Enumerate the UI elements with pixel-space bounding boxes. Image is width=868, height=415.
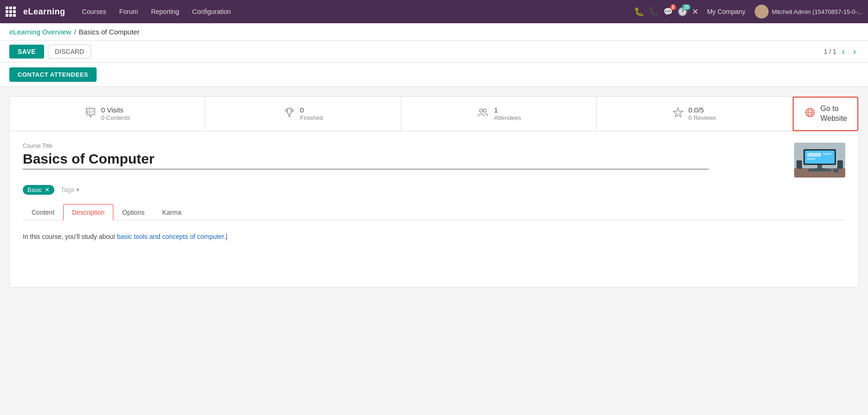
stat-finished-text: 0 Finished <box>300 105 323 122</box>
stat-finished-label: Finished <box>300 114 323 122</box>
stat-rating-value: 0.0/5 <box>688 105 716 115</box>
app-brand: eLearning <box>23 7 65 17</box>
stat-visits[interactable]: 0 Visits 0 Contents <box>10 97 205 131</box>
discard-button[interactable]: DISCARD <box>48 45 91 59</box>
nav-reporting[interactable]: Reporting <box>145 5 185 18</box>
tab-options[interactable]: Options <box>113 204 153 220</box>
tab-content[interactable]: Content <box>23 204 63 220</box>
breadcrumb-current: Basics of Computer <box>79 28 140 36</box>
tab-karma[interactable]: Karma <box>153 204 190 220</box>
course-title-input[interactable] <box>23 151 709 170</box>
breadcrumb: eLearning Overview / Basics of Computer <box>0 23 868 41</box>
topnav-icons: 🐛 📞 💬 5 🕐 20 ✕ My Company Mitchell Admin… <box>634 5 862 19</box>
stat-attendees-value: 1 <box>494 105 522 115</box>
company-name: My Company <box>707 8 745 15</box>
dropdown-arrow-icon: ▾ <box>76 186 79 193</box>
svg-rect-23 <box>805 151 835 164</box>
svg-rect-6 <box>91 112 93 113</box>
username: Mitchell Admin (15470857-15-0-... <box>772 8 862 15</box>
stat-attendees-label: Attendees <box>494 114 522 122</box>
contact-attendees-button[interactable]: CONTACT ATTENDEES <box>9 67 97 82</box>
action-bar: CONTACT ATTENDEES <box>0 63 868 87</box>
svg-rect-26 <box>823 153 831 155</box>
topnav: eLearning Courses Forum Reporting Config… <box>0 0 868 23</box>
go-website-value2: Website <box>821 114 848 124</box>
chat-icon[interactable]: 💬 5 <box>663 7 673 17</box>
user-menu[interactable]: Mitchell Admin (15470857-15-0-... <box>755 5 862 19</box>
svg-rect-5 <box>91 111 94 112</box>
course-title-label: Course Title <box>23 143 785 149</box>
stat-reviews-label: 0 Reviews <box>688 114 716 122</box>
toolbar: SAVE DISCARD 1 / 1 ‹ › <box>0 41 868 63</box>
svg-rect-4 <box>87 111 90 113</box>
avatar <box>755 5 769 19</box>
star-icon <box>672 107 684 121</box>
svg-rect-24 <box>807 153 821 157</box>
course-form-left: Course Title <box>23 143 785 170</box>
nav-forum[interactable]: Forum <box>114 5 144 18</box>
tags-placeholder: Tags <box>61 186 75 193</box>
description-highlight: basic tools and concepts of computer. <box>117 233 226 240</box>
close-icon[interactable]: ✕ <box>692 7 698 17</box>
stat-reviews-text: 0.0/5 0 Reviews <box>688 105 716 122</box>
svg-rect-25 <box>807 158 816 160</box>
topnav-menu: Courses Forum Reporting Configuration <box>77 5 631 18</box>
stat-visits-value: 0 Visits <box>101 105 131 115</box>
stat-finished[interactable]: 0 Finished <box>205 97 401 131</box>
description-area[interactable]: In this course, you'll study about basic… <box>23 220 845 276</box>
bug-icon[interactable]: 🐛 <box>634 7 644 17</box>
globe-icon <box>804 106 816 121</box>
tags-dropdown[interactable]: Tags ▾ <box>58 185 83 194</box>
svg-point-0 <box>759 7 764 12</box>
cursor: | <box>226 233 228 240</box>
nav-courses[interactable]: Courses <box>77 5 112 18</box>
svg-rect-3 <box>86 109 95 110</box>
chat-badge: 5 <box>670 4 677 10</box>
stat-bar: 0 Visits 0 Contents 0 Finished 1 Attende… <box>9 96 859 132</box>
tag-remove-icon[interactable]: ✕ <box>45 186 50 193</box>
nav-configuration[interactable]: Configuration <box>187 5 236 18</box>
breadcrumb-parent[interactable]: eLearning Overview <box>9 28 71 36</box>
course-form: Course Title <box>9 132 859 288</box>
visits-icon <box>85 106 97 121</box>
tab-content-label: Content <box>32 209 54 216</box>
svg-rect-29 <box>796 160 802 169</box>
attendees-icon <box>476 106 489 121</box>
go-website-value1: Go to <box>821 104 848 114</box>
svg-rect-28 <box>833 169 839 172</box>
stat-attendees-text: 1 Attendees <box>494 105 522 122</box>
tag-basic[interactable]: Basic ✕ <box>23 185 54 195</box>
tab-description-label: Description <box>72 209 104 216</box>
tab-description[interactable]: Description <box>63 204 113 220</box>
svg-rect-27 <box>808 169 831 171</box>
stat-finished-value: 0 <box>300 105 323 115</box>
pager-next[interactable]: › <box>850 46 859 58</box>
go-to-website-button[interactable]: Go to Website <box>793 97 859 131</box>
phone-icon[interactable]: 📞 <box>649 7 659 17</box>
svg-point-12 <box>483 109 486 112</box>
svg-point-1 <box>758 13 765 18</box>
toolbar-actions: SAVE DISCARD <box>9 45 91 59</box>
tags-row: Basic ✕ Tags ▾ <box>23 185 845 195</box>
course-form-header: Course Title <box>23 143 845 178</box>
pager-prev[interactable]: ‹ <box>839 46 848 58</box>
go-website-text: Go to Website <box>821 104 848 124</box>
stat-attendees[interactable]: 1 Attendees <box>401 97 597 131</box>
breadcrumb-separator: / <box>74 28 76 36</box>
pager: 1 / 1 ‹ › <box>824 46 859 58</box>
grid-menu-icon[interactable] <box>6 7 16 17</box>
clock-icon[interactable]: 🕐 20 <box>678 7 687 17</box>
course-thumbnail[interactable] <box>794 143 845 178</box>
main-content: 0 Visits 0 Contents 0 Finished 1 Attende… <box>0 87 868 297</box>
stat-reviews[interactable]: 0.0/5 0 Reviews <box>597 97 792 131</box>
tabs-nav: Content Description Options Karma <box>23 204 845 220</box>
description-text-before: In this course, you'll study about <box>23 233 117 240</box>
svg-rect-30 <box>837 160 843 169</box>
svg-point-11 <box>479 109 483 112</box>
stat-visits-text: 0 Visits 0 Contents <box>101 105 131 122</box>
pager-text: 1 / 1 <box>824 48 836 55</box>
save-button[interactable]: SAVE <box>9 45 44 59</box>
tab-options-label: Options <box>122 209 144 216</box>
tag-label: Basic <box>27 186 42 193</box>
tab-karma-label: Karma <box>162 209 181 216</box>
